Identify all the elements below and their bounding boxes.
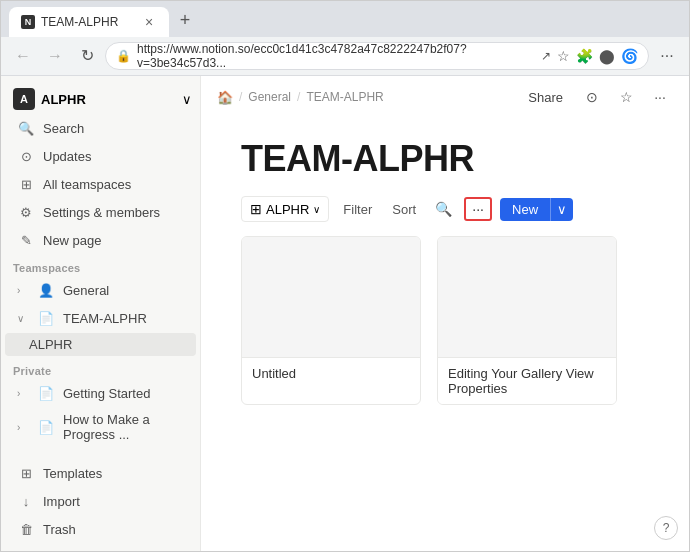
breadcrumb-team-alphr[interactable]: TEAM-ALPHR (306, 90, 383, 104)
address-bar[interactable]: 🔒 https://www.notion.so/ecc0c1d41c3c4782… (105, 42, 649, 70)
star-button[interactable]: ☆ (613, 84, 639, 110)
new-page-icon: ✎ (17, 231, 35, 249)
sort-button[interactable]: Sort (386, 199, 422, 220)
new-dropdown-button[interactable]: ∨ (550, 198, 573, 221)
tab-favicon: N (21, 15, 35, 29)
progress-expand: › (17, 422, 29, 433)
new-button-group: New ∨ (500, 198, 573, 221)
more-options-button[interactable]: ··· (647, 84, 673, 110)
page-title: TEAM-ALPHR (241, 138, 649, 180)
browser-settings-button[interactable]: ··· (653, 42, 681, 70)
sidebar-item-progress[interactable]: › 📄 How to Make a Progress ... (5, 408, 196, 446)
sidebar: A ALPHR ∨ 🔍 Search ⊙ Updates ⊞ All teams… (1, 76, 201, 551)
view-grid-icon: ⊞ (250, 201, 262, 217)
app-layout: A ALPHR ∨ 🔍 Search ⊙ Updates ⊞ All teams… (1, 76, 689, 551)
profile-icon[interactable]: ⬤ (599, 48, 615, 64)
private-section-label: Private (1, 357, 200, 379)
sidebar-item-import[interactable]: ↓ Import (5, 488, 196, 514)
breadcrumb-sep-2: / (297, 90, 300, 104)
card-edit-icon-2[interactable]: ✎ (568, 243, 588, 263)
team-alphr-icon: 📄 (37, 309, 55, 327)
breadcrumb-general-label: General (248, 90, 291, 104)
sidebar-item-new-page[interactable]: ✎ New page (5, 227, 196, 253)
sidebar-label-progress: How to Make a Progress ... (63, 412, 188, 442)
card-more-icon-2[interactable]: ··· (590, 243, 610, 263)
progress-icon: 📄 (37, 418, 55, 436)
view-selector[interactable]: ⊞ ALPHR ∨ (241, 196, 329, 222)
teamspaces-section-label: Teamspaces (1, 254, 200, 276)
sidebar-item-team-alphr[interactable]: ∨ 📄 TEAM-ALPHR (5, 305, 196, 331)
lock-icon: 🔒 (116, 49, 131, 63)
general-icon: 👤 (37, 281, 55, 299)
sidebar-label-trash: Trash (43, 522, 188, 537)
gallery-card-editing[interactable]: ✎ ··· Editing Your Gallery View Properti… (437, 236, 617, 405)
sidebar-label-settings: Settings & members (43, 205, 188, 220)
card-label-editing: Editing Your Gallery View Properties (438, 357, 616, 404)
sidebar-label-alphr: ALPHR (29, 337, 188, 352)
sidebar-item-getting-started[interactable]: › 📄 Getting Started (5, 380, 196, 406)
view-label: ALPHR (266, 202, 309, 217)
workspace-chevron: ∨ (182, 92, 192, 107)
sidebar-item-templates[interactable]: ⊞ Templates (5, 460, 196, 486)
refresh-button[interactable]: ↻ (73, 42, 101, 70)
sidebar-label-updates: Updates (43, 149, 188, 164)
templates-icon: ⊞ (17, 464, 35, 482)
sidebar-item-search[interactable]: 🔍 Search (5, 115, 196, 141)
gallery-card-untitled[interactable]: ✎ ··· Untitled (241, 236, 421, 405)
search-icon: 🔍 (17, 119, 35, 137)
gallery-grid: ✎ ··· Untitled ✎ ··· E (241, 236, 649, 405)
sidebar-label-getting-started: Getting Started (63, 386, 188, 401)
all-teamspaces-icon: ⊞ (17, 175, 35, 193)
star-url-icon[interactable]: ☆ (557, 48, 570, 64)
workspace-icon: A (13, 88, 35, 110)
tab-close-button[interactable]: × (141, 14, 157, 30)
sidebar-item-trash[interactable]: 🗑 Trash (5, 516, 196, 542)
sidebar-label-search: Search (43, 121, 188, 136)
card-label-untitled: Untitled (242, 357, 420, 389)
extension-icon[interactable]: 🧩 (576, 48, 593, 64)
workspace-header[interactable]: A ALPHR ∨ (1, 84, 200, 114)
sidebar-label-general: General (63, 283, 188, 298)
sidebar-item-all-teamspaces[interactable]: ⊞ All teamspaces (5, 171, 196, 197)
card-thumbnail-editing: ✎ ··· (438, 237, 616, 357)
trash-icon: 🗑 (17, 520, 35, 538)
share-button[interactable]: Share (520, 86, 571, 109)
import-icon: ↓ (17, 492, 35, 510)
main-content: 🏠 / General / TEAM-ALPHR Share ⊙ ☆ ··· (201, 76, 689, 551)
active-tab[interactable]: N TEAM-ALPHR × (9, 7, 169, 37)
breadcrumb-actions: Share ⊙ ☆ ··· (520, 84, 673, 110)
breadcrumb: 🏠 / General / TEAM-ALPHR Share ⊙ ☆ ··· (201, 76, 689, 118)
breadcrumb-general[interactable]: General (248, 90, 291, 104)
help-button[interactable]: ? (654, 516, 678, 540)
sidebar-item-general[interactable]: › 👤 General (5, 277, 196, 303)
workspace-label: ALPHR (41, 92, 86, 107)
sidebar-label-import: Import (43, 494, 188, 509)
card-more-icon[interactable]: ··· (394, 243, 414, 263)
sidebar-item-settings[interactable]: ⚙ Settings & members (5, 199, 196, 225)
search-gallery-button[interactable]: 🔍 (430, 196, 456, 222)
forward-button[interactable]: → (41, 42, 69, 70)
settings-icon: ⚙ (17, 203, 35, 221)
new-tab-button[interactable]: + (171, 7, 199, 35)
back-button[interactable]: ← (9, 42, 37, 70)
sidebar-label-templates: Templates (43, 466, 188, 481)
sidebar-item-updates[interactable]: ⊙ Updates (5, 143, 196, 169)
filter-button[interactable]: Filter (337, 199, 378, 220)
history-button[interactable]: ⊙ (579, 84, 605, 110)
three-dots-icon: ··· (472, 201, 484, 217)
sidebar-label-all-teamspaces: All teamspaces (43, 177, 188, 192)
new-button[interactable]: New (500, 198, 550, 221)
edge-icon: 🌀 (621, 48, 638, 64)
url-text: https://www.notion.so/ecc0c1d41c3c4782a4… (137, 42, 535, 70)
getting-started-icon: 📄 (37, 384, 55, 402)
expand-icon: › (17, 285, 29, 296)
tab-bar: N TEAM-ALPHR × + (1, 1, 689, 37)
browser-frame: N TEAM-ALPHR × + ← → ↻ 🔒 https://www.not… (0, 0, 690, 552)
card-thumbnail-untitled: ✎ ··· (242, 237, 420, 357)
sidebar-label-new-page: New page (43, 233, 188, 248)
getting-started-expand: › (17, 388, 29, 399)
sidebar-label-team-alphr: TEAM-ALPHR (63, 311, 188, 326)
sidebar-item-alphr[interactable]: ALPHR (5, 333, 196, 356)
more-gallery-options-button[interactable]: ··· (464, 197, 492, 221)
card-edit-icon[interactable]: ✎ (372, 243, 392, 263)
